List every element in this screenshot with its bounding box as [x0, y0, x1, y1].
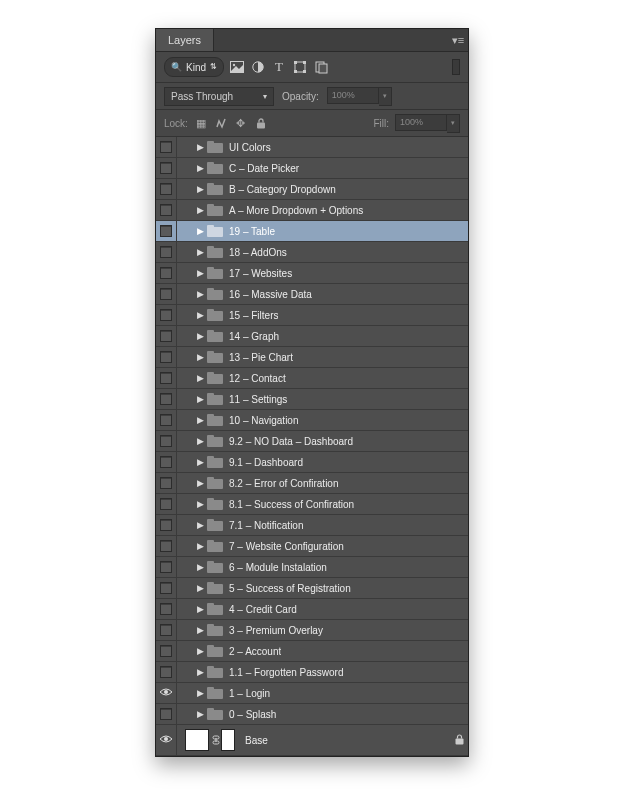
layer-row[interactable]: ▶11 – Settings: [156, 389, 468, 410]
disclosure-triangle-icon[interactable]: ▶: [197, 457, 207, 467]
disclosure-triangle-icon[interactable]: ▶: [197, 499, 207, 509]
layer-row[interactable]: ▶8.2 – Error of Confiration: [156, 473, 468, 494]
layer-row[interactable]: ▶7.1 – Notification: [156, 515, 468, 536]
layer-row[interactable]: ▶15 – Filters: [156, 305, 468, 326]
disclosure-triangle-icon[interactable]: ▶: [197, 646, 207, 656]
visibility-toggle[interactable]: [156, 515, 177, 535]
visibility-toggle[interactable]: [156, 263, 177, 283]
layer-row[interactable]: ▶3 – Premium Overlay: [156, 620, 468, 641]
layer-row[interactable]: ▶7 – Website Configuration: [156, 536, 468, 557]
layer-row[interactable]: ▶0 – Splash: [156, 704, 468, 725]
layer-row[interactable]: ▶6 – Module Instalation: [156, 557, 468, 578]
visibility-toggle[interactable]: [156, 557, 177, 577]
disclosure-triangle-icon[interactable]: ▶: [197, 268, 207, 278]
visibility-toggle[interactable]: [156, 704, 177, 724]
mask-link-icon[interactable]: [211, 735, 221, 745]
layer-row[interactable]: ▶19 – Table: [156, 221, 468, 242]
lock-transparency-icon[interactable]: ▦: [194, 116, 208, 130]
layer-row[interactable]: ▶A – More Dropdown + Options: [156, 200, 468, 221]
disclosure-triangle-icon[interactable]: ▶: [197, 394, 207, 404]
disclosure-triangle-icon[interactable]: ▶: [197, 625, 207, 635]
visibility-toggle[interactable]: [156, 305, 177, 325]
layer-row[interactable]: ▶UI Colors: [156, 137, 468, 158]
lock-image-icon[interactable]: [214, 116, 228, 130]
visibility-toggle[interactable]: [156, 641, 177, 661]
disclosure-triangle-icon[interactable]: ▶: [197, 562, 207, 572]
disclosure-triangle-icon[interactable]: ▶: [197, 520, 207, 530]
disclosure-triangle-icon[interactable]: ▶: [197, 541, 207, 551]
visibility-toggle[interactable]: [156, 431, 177, 451]
filter-toggle[interactable]: [452, 59, 460, 75]
filter-type-icon[interactable]: T: [272, 60, 286, 74]
visibility-toggle[interactable]: [156, 599, 177, 619]
visibility-toggle[interactable]: [156, 410, 177, 430]
disclosure-triangle-icon[interactable]: ▶: [197, 247, 207, 257]
disclosure-triangle-icon[interactable]: ▶: [197, 184, 207, 194]
layer-row[interactable]: ▶9.1 – Dashboard: [156, 452, 468, 473]
filter-pixel-icon[interactable]: [230, 60, 244, 74]
fill-input[interactable]: 100%: [395, 114, 447, 131]
disclosure-triangle-icon[interactable]: ▶: [197, 373, 207, 383]
layer-row[interactable]: ▶9.2 – NO Data – Dashboard: [156, 431, 468, 452]
disclosure-triangle-icon[interactable]: ▶: [197, 583, 207, 593]
disclosure-triangle-icon[interactable]: ▶: [197, 331, 207, 341]
disclosure-triangle-icon[interactable]: ▶: [197, 289, 207, 299]
visibility-toggle[interactable]: [156, 473, 177, 493]
visibility-toggle[interactable]: [156, 368, 177, 388]
visibility-toggle[interactable]: [156, 179, 177, 199]
lock-all-icon[interactable]: [254, 116, 268, 130]
opacity-slider-toggle[interactable]: ▾: [379, 87, 392, 106]
disclosure-triangle-icon[interactable]: ▶: [197, 478, 207, 488]
panel-menu-icon[interactable]: ▾≡: [448, 29, 468, 51]
layer-row[interactable]: ▶5 – Success of Registration: [156, 578, 468, 599]
panel-tab-layers[interactable]: Layers: [156, 29, 214, 51]
disclosure-triangle-icon[interactable]: ▶: [197, 415, 207, 425]
visibility-toggle[interactable]: [156, 725, 177, 755]
layer-row[interactable]: ▶B – Category Dropdown: [156, 179, 468, 200]
lock-position-icon[interactable]: ✥: [234, 116, 248, 130]
layer-row[interactable]: ▶10 – Navigation: [156, 410, 468, 431]
layer-row[interactable]: ▶8.1 – Success of Confiration: [156, 494, 468, 515]
filter-kind-select[interactable]: 🔍 Kind ⇅: [164, 57, 224, 77]
visibility-toggle[interactable]: [156, 620, 177, 640]
disclosure-triangle-icon[interactable]: ▶: [197, 226, 207, 236]
opacity-input[interactable]: 100%: [327, 87, 379, 104]
filter-shape-icon[interactable]: [293, 60, 307, 74]
layer-row[interactable]: ▶2 – Account: [156, 641, 468, 662]
disclosure-triangle-icon[interactable]: ▶: [197, 310, 207, 320]
disclosure-triangle-icon[interactable]: ▶: [197, 352, 207, 362]
layer-row[interactable]: ▶16 – Massive Data: [156, 284, 468, 305]
visibility-toggle[interactable]: [156, 578, 177, 598]
visibility-toggle[interactable]: [156, 536, 177, 556]
fill-slider-toggle[interactable]: ▾: [447, 114, 460, 133]
visibility-toggle[interactable]: [156, 284, 177, 304]
visibility-toggle[interactable]: [156, 347, 177, 367]
filter-adjustment-icon[interactable]: [251, 60, 265, 74]
base-layer-row[interactable]: Base: [156, 725, 468, 756]
visibility-toggle[interactable]: [156, 200, 177, 220]
disclosure-triangle-icon[interactable]: ▶: [197, 163, 207, 173]
visibility-toggle[interactable]: [156, 158, 177, 178]
layer-thumbnail[interactable]: [185, 729, 209, 751]
visibility-toggle[interactable]: [156, 326, 177, 346]
layer-row[interactable]: ▶C – Date Picker: [156, 158, 468, 179]
disclosure-triangle-icon[interactable]: ▶: [197, 667, 207, 677]
disclosure-triangle-icon[interactable]: ▶: [197, 688, 207, 698]
layer-row[interactable]: ▶12 – Contact: [156, 368, 468, 389]
disclosure-triangle-icon[interactable]: ▶: [197, 436, 207, 446]
visibility-toggle[interactable]: [156, 242, 177, 262]
layer-row[interactable]: ▶18 – AddOns: [156, 242, 468, 263]
visibility-toggle[interactable]: [156, 452, 177, 472]
layer-row[interactable]: ▶17 – Websites: [156, 263, 468, 284]
layer-row[interactable]: ▶1.1 – Forgotten Password: [156, 662, 468, 683]
disclosure-triangle-icon[interactable]: ▶: [197, 709, 207, 719]
disclosure-triangle-icon[interactable]: ▶: [197, 142, 207, 152]
layer-row[interactable]: ▶1 – Login: [156, 683, 468, 704]
visibility-toggle[interactable]: [156, 683, 177, 703]
disclosure-triangle-icon[interactable]: ▶: [197, 604, 207, 614]
visibility-toggle[interactable]: [156, 494, 177, 514]
visibility-toggle[interactable]: [156, 221, 177, 241]
visibility-toggle[interactable]: [156, 137, 177, 157]
layer-row[interactable]: ▶14 – Graph: [156, 326, 468, 347]
disclosure-triangle-icon[interactable]: ▶: [197, 205, 207, 215]
